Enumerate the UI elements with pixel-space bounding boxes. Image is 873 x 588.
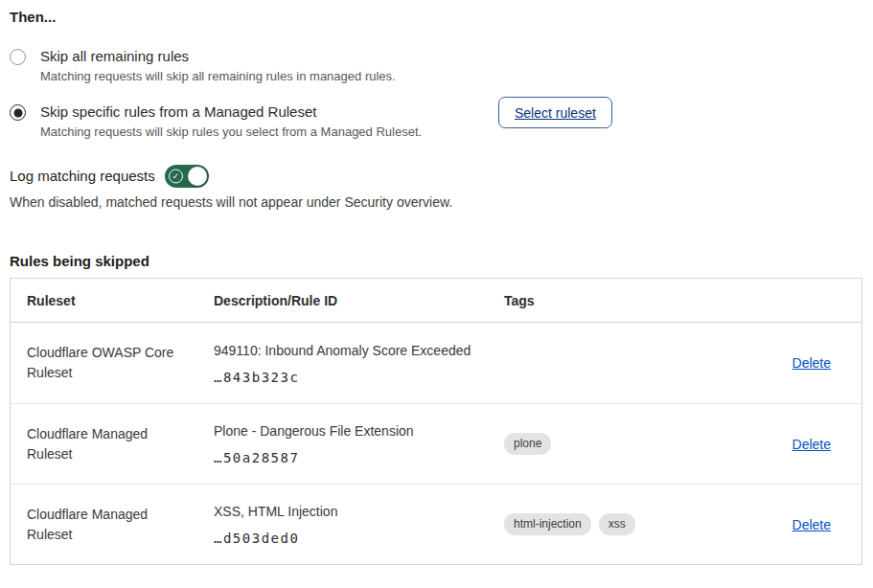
table-row: Cloudflare Managed Ruleset Plone - Dange… <box>11 403 862 484</box>
select-ruleset-button[interactable]: Select ruleset <box>498 97 612 128</box>
radio-skip-specific-rules[interactable] <box>10 104 26 121</box>
log-matching-row: Log matching requests ✓ <box>10 165 863 188</box>
option-label[interactable]: Skip all remaining rules <box>40 46 484 67</box>
option-description: Matching requests will skip all remainin… <box>40 67 484 86</box>
then-heading: Then... <box>10 8 863 27</box>
option-skip-all-remaining: Skip all remaining rules Matching reques… <box>10 46 863 86</box>
table-header-row: Ruleset Description/Rule ID Tags <box>11 279 862 323</box>
column-header-description: Description/Rule ID <box>214 293 504 308</box>
log-matching-label: Log matching requests <box>10 165 155 188</box>
rule-description: Plone - Dangerous File Extension <box>214 422 504 441</box>
action-radio-group: Skip all remaining rules Matching reques… <box>10 46 863 142</box>
option-label[interactable]: Skip specific rules from a Managed Rules… <box>40 102 484 123</box>
rule-id: …50a28587 <box>214 450 504 465</box>
rule-id: …d503ded0 <box>214 531 504 546</box>
rules-table-body: Cloudflare OWASP Core Ruleset 949110: In… <box>11 323 862 564</box>
table-row: Cloudflare OWASP Core Ruleset 949110: In… <box>11 323 862 403</box>
delete-link[interactable]: Delete <box>793 437 831 452</box>
tags-cell: plone <box>504 433 777 455</box>
toggle-knob <box>188 167 207 186</box>
tag-chip: plone <box>504 433 551 455</box>
option-description: Matching requests will skip rules you se… <box>40 123 484 142</box>
radio-skip-all-remaining[interactable] <box>10 49 26 65</box>
option-skip-specific-rules: Skip specific rules from a Managed Rules… <box>10 102 863 142</box>
rule-id: …843b323c <box>214 370 504 385</box>
log-matching-help-text: When disabled, matched requests will not… <box>10 193 863 212</box>
tag-chip: xss <box>599 513 635 535</box>
tag-chip: html-injection <box>504 513 591 535</box>
rule-description: XSS, HTML Injection <box>214 503 504 521</box>
ruleset-name: Cloudflare Managed Ruleset <box>27 424 214 464</box>
waf-skip-rule-panel: Then... Skip all remaining rules Matchin… <box>0 0 873 565</box>
delete-link[interactable]: Delete <box>793 517 831 532</box>
column-header-tags: Tags <box>504 293 777 308</box>
tags-cell: html-injectionxss <box>504 513 777 535</box>
delete-link[interactable]: Delete <box>793 355 831 371</box>
ruleset-name: Cloudflare Managed Ruleset <box>27 505 214 545</box>
rule-description: 949110: Inbound Anomaly Score Exceeded <box>214 342 504 360</box>
column-header-ruleset: Ruleset <box>27 293 214 308</box>
table-row: Cloudflare Managed Ruleset XSS, HTML Inj… <box>11 484 862 564</box>
rules-being-skipped-table: Ruleset Description/Rule ID Tags Cloudfl… <box>10 278 862 565</box>
ruleset-name: Cloudflare OWASP Core Ruleset <box>27 343 214 383</box>
check-icon: ✓ <box>169 170 183 184</box>
log-matching-toggle[interactable]: ✓ <box>165 165 209 188</box>
rules-being-skipped-heading: Rules being skipped <box>10 251 863 272</box>
